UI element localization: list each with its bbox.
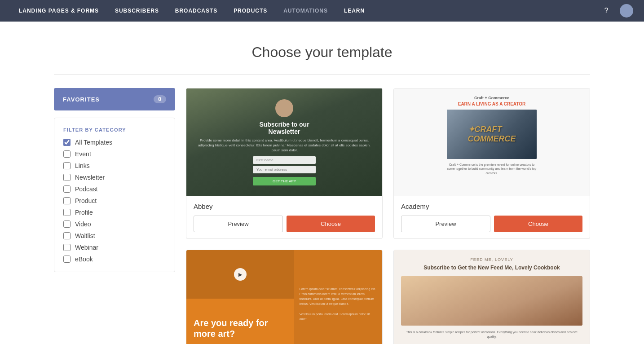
abbey-body-text: Provide some more detail in this content… <box>195 138 373 153</box>
academy-name: Academy <box>401 203 582 210</box>
filter-video[interactable]: Video <box>63 221 166 228</box>
template3-left: ▶ Are you ready for more art? <box>186 250 294 344</box>
filter-all-checkbox[interactable] <box>63 139 71 146</box>
templates-grid: Subscribe to ourNewsletter Provide some … <box>186 88 590 344</box>
nav-learn[interactable]: Learn <box>336 0 373 22</box>
template4-subtitle: Subscribe to Get the New Feed Me, Lovely… <box>423 265 560 272</box>
user-avatar[interactable] <box>620 4 633 18</box>
nav-landing-pages[interactable]: Landing Pages & Forms <box>11 0 107 22</box>
abbey-content: Subscribe to ourNewsletter Provide some … <box>186 90 382 195</box>
abbey-preview-button[interactable]: Preview <box>194 216 283 232</box>
main-content: FAVORITES 0 FILTER BY CATEGORY All Templ… <box>0 88 644 344</box>
filter-all-templates[interactable]: All Templates <box>63 139 166 146</box>
academy-logo: Craft + Commerce EARN A LIVING AS A CREA… <box>458 96 526 107</box>
filter-ebook-checkbox[interactable] <box>63 256 71 263</box>
academy-actions: Preview Choose <box>401 216 582 232</box>
filter-by-category-label: FILTER BY CATEGORY <box>63 127 166 132</box>
template3-preview: ▶ Are you ready for more art? Lorem ipsu… <box>186 250 382 344</box>
filter-newsletter[interactable]: Newsletter <box>63 174 166 181</box>
academy-preview: Craft + Commerce EARN A LIVING AS A CREA… <box>394 88 590 196</box>
academy-info: Academy Preview Choose <box>394 196 590 238</box>
page-title: Choose your template <box>0 44 644 61</box>
template3-right: Lorem ipsum dolor sit amet, consectetur … <box>294 250 382 344</box>
academy-description: Craft + Commerce is the premiere event f… <box>447 163 537 176</box>
abbey-choose-button[interactable]: Choose <box>287 216 375 232</box>
template-card-4: FEED ME, LOVELY Subscribe to Get the New… <box>393 250 590 344</box>
nav-right: ? <box>600 4 633 18</box>
filter-waitlist-checkbox[interactable] <box>63 232 71 239</box>
filter-podcast-checkbox[interactable] <box>63 185 71 193</box>
template-card-academy: Craft + Commerce EARN A LIVING AS A CREA… <box>393 88 590 239</box>
filter-product-label: Product <box>75 197 97 204</box>
template3-text-area: Are you ready for more art? <box>186 299 294 344</box>
filter-podcast-label: Podcast <box>75 185 98 193</box>
filter-webinar-label: Webinar <box>75 244 98 251</box>
filter-links-label: Links <box>75 162 90 169</box>
template3-video-area: ▶ <box>186 250 294 299</box>
abbey-name: Abbey <box>194 203 375 210</box>
abbey-info: Abbey Preview Choose <box>186 196 382 238</box>
filter-product[interactable]: Product <box>63 197 166 204</box>
academy-logo-line2: EARN A LIVING AS A CREATOR <box>458 101 526 107</box>
template3-play-button[interactable]: ▶ <box>234 268 247 281</box>
abbey-firstname-input[interactable] <box>253 156 316 164</box>
abbey-email-input[interactable] <box>253 166 316 173</box>
abbey-cta-button[interactable]: GET THE APP <box>253 177 316 185</box>
template3-body: Lorem ipsum dolor sit amet, consectetur … <box>300 287 377 322</box>
template-card-abbey: Subscribe to ourNewsletter Provide some … <box>186 88 383 239</box>
template4-brand-label: FEED ME, LOVELY <box>470 257 513 262</box>
filter-event[interactable]: Event <box>63 150 166 158</box>
abbey-actions: Preview Choose <box>194 216 375 232</box>
filter-podcast[interactable]: Podcast <box>63 185 166 193</box>
templates-area: Subscribe to ourNewsletter Provide some … <box>186 88 590 344</box>
filter-links[interactable]: Links <box>63 162 166 169</box>
page-header: Choose your template <box>0 22 644 74</box>
header-divider <box>54 74 590 75</box>
filter-waitlist[interactable]: Waitlist <box>63 232 166 239</box>
filter-newsletter-checkbox[interactable] <box>63 174 71 181</box>
favorites-label: FAVORITES <box>63 96 100 103</box>
template4-preview: FEED ME, LOVELY Subscribe to Get the New… <box>394 250 590 344</box>
nav-items: Landing Pages & Forms Subscribers Broadc… <box>11 0 600 22</box>
filter-links-checkbox[interactable] <box>63 162 71 169</box>
abbey-preview: Subscribe to ourNewsletter Provide some … <box>186 88 382 196</box>
filter-all-label: All Templates <box>75 139 112 146</box>
academy-preview-button[interactable]: Preview <box>401 216 490 232</box>
filter-profile-checkbox[interactable] <box>63 209 71 216</box>
nav-broadcasts[interactable]: Broadcasts <box>167 0 225 22</box>
navigation: Landing Pages & Forms Subscribers Broadc… <box>0 0 644 22</box>
filter-video-label: Video <box>75 221 91 228</box>
filter-ebook[interactable]: eBook <box>63 256 166 263</box>
filter-video-checkbox[interactable] <box>63 221 71 228</box>
filter-ebook-label: eBook <box>75 256 93 263</box>
abbey-avatar-image <box>275 99 293 117</box>
filter-event-label: Event <box>75 150 91 158</box>
academy-craft-text: ✦CRAFTCOMMERCE <box>468 124 516 144</box>
abbey-headline: Subscribe to ourNewsletter <box>195 121 373 135</box>
nav-products[interactable]: Products <box>225 0 275 22</box>
filter-newsletter-label: Newsletter <box>75 174 105 181</box>
template-card-3: ▶ Are you ready for more art? Lorem ipsu… <box>186 250 383 344</box>
filter-section: FILTER BY CATEGORY All Templates Event L… <box>54 118 175 272</box>
filter-webinar[interactable]: Webinar <box>63 244 166 251</box>
template4-body-text: This is a cookbook features simple recip… <box>401 330 582 344</box>
favorites-count: 0 <box>154 95 166 103</box>
help-icon[interactable]: ? <box>600 4 613 17</box>
filter-event-checkbox[interactable] <box>63 150 71 158</box>
filter-profile-label: Profile <box>75 209 93 216</box>
filter-product-checkbox[interactable] <box>63 197 71 204</box>
filter-items: All Templates Event Links Newsletter Pod… <box>63 139 166 263</box>
academy-image: ✦CRAFTCOMMERCE <box>447 110 537 159</box>
filter-waitlist-label: Waitlist <box>75 232 95 239</box>
template4-food-image <box>401 276 582 326</box>
template3-headline: Are you ready for more art? <box>194 318 287 339</box>
sidebar: FAVORITES 0 FILTER BY CATEGORY All Templ… <box>54 88 175 344</box>
favorites-button[interactable]: FAVORITES 0 <box>54 88 175 110</box>
filter-webinar-checkbox[interactable] <box>63 244 71 251</box>
nav-automations[interactable]: Automations <box>275 0 336 22</box>
nav-subscribers[interactable]: Subscribers <box>107 0 167 22</box>
filter-profile[interactable]: Profile <box>63 209 166 216</box>
academy-logo-line1: Craft + Commerce <box>458 96 526 101</box>
academy-preview-inner: Craft + Commerce EARN A LIVING AS A CREA… <box>394 88 590 196</box>
academy-choose-button[interactable]: Choose <box>494 216 582 232</box>
